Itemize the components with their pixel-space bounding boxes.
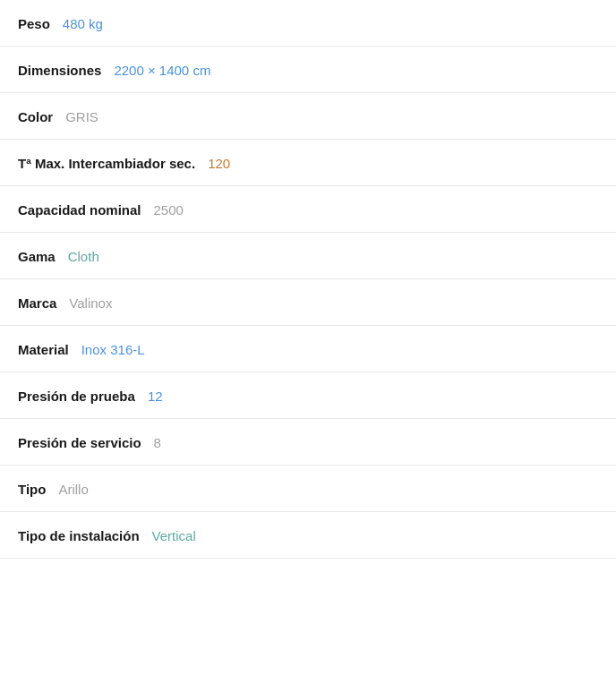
spec-label-capacidad-nominal: Capacidad nominal: [18, 202, 141, 218]
spec-value-presion-servicio: 8: [154, 435, 161, 450]
spec-row-marca: MarcaValinox: [0, 279, 616, 326]
spec-row-gama: GamaCloth: [0, 233, 616, 279]
spec-label-presion-prueba: Presión de prueba: [18, 389, 135, 404]
spec-value-tipo-instalacion: Vertical: [152, 528, 196, 543]
spec-label-marca: Marca: [18, 295, 56, 311]
spec-value-color: GRIS: [65, 109, 98, 124]
spec-value-material: Inox 316-L: [81, 342, 145, 357]
spec-list: Peso480 kgDimensiones2200 × 1400 cmColor…: [0, 0, 616, 559]
spec-label-presion-servicio: Presión de servicio: [18, 435, 141, 450]
spec-row-presion-servicio: Presión de servicio8: [0, 419, 616, 466]
spec-row-capacidad-nominal: Capacidad nominal2500: [0, 186, 616, 233]
spec-value-capacidad-nominal: 2500: [154, 202, 184, 218]
spec-value-peso: 480 kg: [63, 16, 103, 31]
spec-label-tipo: Tipo: [18, 482, 46, 497]
spec-value-tipo: Arillo: [58, 482, 88, 497]
spec-row-tipo-instalacion: Tipo de instalaciónVertical: [0, 512, 616, 559]
spec-label-ta-max: Tª Max. Intercambiador sec.: [18, 156, 195, 171]
spec-label-material: Material: [18, 342, 69, 357]
spec-label-gama: Gama: [18, 249, 56, 264]
spec-row-presion-prueba: Presión de prueba12: [0, 372, 616, 419]
spec-label-tipo-instalacion: Tipo de instalación: [18, 528, 140, 543]
spec-value-marca: Valinox: [69, 295, 112, 311]
spec-row-ta-max: Tª Max. Intercambiador sec.120: [0, 140, 616, 186]
spec-label-peso: Peso: [18, 16, 50, 31]
spec-row-tipo: TipoArillo: [0, 466, 616, 512]
spec-row-dimensiones: Dimensiones2200 × 1400 cm: [0, 47, 616, 93]
spec-row-peso: Peso480 kg: [0, 0, 616, 47]
spec-row-color: ColorGRIS: [0, 93, 616, 140]
spec-value-ta-max: 120: [208, 156, 230, 171]
spec-row-material: MaterialInox 316-L: [0, 326, 616, 372]
spec-label-dimensiones: Dimensiones: [18, 63, 101, 78]
spec-value-dimensiones: 2200 × 1400 cm: [114, 63, 210, 78]
spec-value-gama: Cloth: [68, 249, 99, 264]
spec-value-presion-prueba: 12: [148, 389, 163, 404]
spec-label-color: Color: [18, 109, 53, 124]
